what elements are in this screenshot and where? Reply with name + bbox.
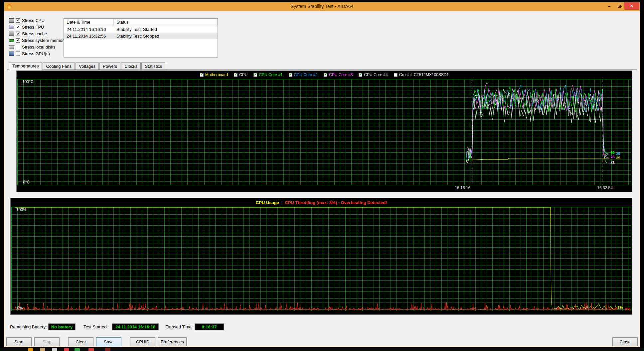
cpu-usage-plot-series-svg bbox=[12, 207, 631, 311]
legend-item[interactable]: Crucial_CT512MX100SSD1 bbox=[394, 72, 449, 77]
cpu-usage-chart: CPU Usage | CPU Throttling (max: 8%) - O… bbox=[10, 198, 632, 315]
restore-button[interactable] bbox=[614, 2, 624, 10]
legend-item[interactable]: CPU Core #1 bbox=[253, 72, 282, 77]
log-table: Date & Time Status 24.11.2014 16:16:16St… bbox=[64, 18, 218, 58]
battery-label: Remaining Battery: bbox=[10, 324, 47, 329]
log-table-header: Date & Time Status bbox=[64, 19, 218, 26]
close-dialog-button[interactable]: Close bbox=[612, 337, 638, 346]
fpu-icon bbox=[9, 25, 14, 29]
window-controls bbox=[604, 2, 639, 10]
stress-option-label: Stress CPU bbox=[22, 18, 45, 23]
stress-option-label: Stress FPU bbox=[22, 25, 44, 30]
legend-label: Crucial_CT512MX100SSD1 bbox=[399, 72, 449, 77]
stop-button[interactable]: Stop bbox=[34, 337, 60, 346]
temperature-plot-series-svg bbox=[18, 79, 631, 185]
throttling-warning: CPU Throttling (max: 8%) - Overheating D… bbox=[285, 200, 387, 205]
legend-checkbox[interactable] bbox=[394, 73, 398, 77]
test-started-value: 24.11.2014 16:16:16 bbox=[112, 323, 159, 330]
taskbar-app-icon-1[interactable] bbox=[28, 348, 33, 351]
stress-checkbox[interactable] bbox=[16, 52, 20, 56]
taskbar-app-icon-5[interactable] bbox=[75, 348, 80, 351]
stress-options: Stress CPUStress FPUStress cacheStress s… bbox=[9, 17, 65, 57]
window-title: System Stability Test - AIDA64 bbox=[4, 4, 640, 9]
legend-item[interactable]: CPU bbox=[234, 72, 247, 77]
table-row[interactable]: 24.11.2014 16:32:56Stability Test: Stopp… bbox=[64, 33, 218, 39]
tab-powers[interactable]: Powers bbox=[99, 62, 120, 69]
preferences-button[interactable]: Preferences bbox=[158, 337, 187, 346]
taskbar-app-icon-4[interactable] bbox=[64, 348, 69, 351]
legend-item[interactable]: CPU Core #3 bbox=[324, 72, 353, 77]
column-header-datetime[interactable]: Date & Time bbox=[64, 19, 114, 26]
taskbar-app-icon-2[interactable] bbox=[40, 348, 45, 351]
stress-option-row: Stress FPU bbox=[9, 24, 65, 30]
test-started-label: Test Started: bbox=[83, 324, 108, 329]
taskbar-app-icon-7[interactable] bbox=[105, 348, 110, 351]
table-row[interactable]: 24.11.2014 16:16:16Stability Test: Start… bbox=[64, 26, 218, 33]
taskbar-app-icon-6[interactable] bbox=[88, 348, 94, 351]
stability-test-window: System Stability Test - AIDA64 Stress CP… bbox=[4, 2, 640, 347]
battery-value: No battery bbox=[48, 323, 76, 330]
log-status-cell: Stability Test: Started bbox=[114, 27, 218, 32]
elapsed-time-label: Elapsed Time: bbox=[165, 324, 193, 329]
legend-checkbox[interactable] bbox=[200, 73, 204, 77]
stress-option-label: Stress cache bbox=[22, 31, 47, 36]
save-button[interactable]: Save bbox=[96, 337, 121, 346]
tab-cooling-fans[interactable]: Cooling Fans bbox=[43, 62, 75, 69]
legend-item[interactable]: Motherboard bbox=[200, 72, 228, 77]
taskbar[interactable] bbox=[0, 348, 644, 351]
temperature-chart: MotherboardCPUCPU Core #1CPU Core #2CPU … bbox=[16, 70, 632, 192]
tab-statistics[interactable]: Statistics bbox=[141, 62, 165, 69]
series-end-value: 29 bbox=[616, 152, 620, 156]
temperature-plot: 100°C 0°C 3029262521 bbox=[17, 79, 631, 185]
stress-checkbox[interactable] bbox=[16, 18, 20, 23]
chart-legend: MotherboardCPUCPU Core #1CPU Core #2CPU … bbox=[17, 71, 632, 79]
clear-button[interactable]: Clear bbox=[68, 337, 93, 346]
stress-option-row: Stress local disks bbox=[9, 44, 65, 50]
legend-checkbox[interactable] bbox=[359, 73, 362, 77]
series-end-value: 21 bbox=[610, 160, 614, 164]
y-axis-min-label: 0% bbox=[17, 306, 23, 310]
stress-checkbox[interactable] bbox=[16, 45, 20, 49]
disk-icon bbox=[9, 45, 14, 49]
tab-voltages[interactable]: Voltages bbox=[76, 62, 99, 69]
stress-option-label: Stress local disks bbox=[22, 45, 55, 50]
cpuid-button[interactable]: CPUID bbox=[130, 337, 155, 346]
tabstrip: TemperaturesCooling FansVoltagesPowersCl… bbox=[7, 62, 637, 70]
cpu-usage-plot: 100% 0% 2%0% bbox=[11, 207, 631, 311]
y-axis-max-label: 100°C bbox=[22, 79, 34, 84]
desktop: System Stability Test - AIDA64 Stress CP… bbox=[0, 0, 644, 351]
series-end-value: 26 bbox=[610, 155, 614, 159]
titlebar[interactable]: System Stability Test - AIDA64 bbox=[4, 2, 640, 11]
stress-option-row: Stress GPU(s) bbox=[9, 50, 65, 57]
legend-checkbox[interactable] bbox=[253, 73, 257, 77]
close-button[interactable] bbox=[624, 2, 639, 10]
series-end-value: 2% bbox=[617, 305, 623, 309]
legend-checkbox[interactable] bbox=[234, 73, 238, 77]
legend-label: CPU Core #2 bbox=[294, 72, 318, 77]
elapsed-time-value: 0:16:37 bbox=[195, 323, 224, 330]
taskbar-app-icon-3[interactable] bbox=[52, 348, 57, 351]
legend-checkbox[interactable] bbox=[289, 73, 292, 77]
legend-item[interactable]: CPU Core #4 bbox=[359, 72, 388, 77]
series-end-value: 25 bbox=[616, 156, 620, 160]
legend-checkbox[interactable] bbox=[324, 73, 327, 77]
cache-icon bbox=[9, 32, 14, 36]
title-separator: | bbox=[281, 200, 282, 205]
legend-label: CPU Core #3 bbox=[329, 72, 353, 77]
cpu-usage-title: CPU Usage bbox=[256, 200, 279, 205]
y-axis-min-label: 0°C bbox=[23, 180, 30, 184]
legend-item[interactable]: CPU Core #2 bbox=[289, 72, 318, 77]
stress-checkbox[interactable] bbox=[16, 25, 20, 29]
tab-temperatures[interactable]: Temperatures bbox=[9, 62, 42, 70]
x-axis-tick-label: 16:16:16 bbox=[455, 185, 470, 190]
column-header-status[interactable]: Status bbox=[114, 19, 218, 26]
stress-checkbox[interactable] bbox=[16, 38, 20, 43]
log-table-body: 24.11.2014 16:16:16Stability Test: Start… bbox=[64, 26, 218, 39]
legend-label: CPU Core #4 bbox=[364, 72, 388, 77]
tab-clocks[interactable]: Clocks bbox=[121, 62, 141, 69]
start-button[interactable]: Start bbox=[6, 337, 32, 346]
memory-icon bbox=[9, 39, 14, 42]
stress-checkbox[interactable] bbox=[16, 32, 20, 36]
minimize-button[interactable] bbox=[604, 2, 614, 10]
log-status-cell: Stability Test: Stopped bbox=[114, 34, 218, 39]
